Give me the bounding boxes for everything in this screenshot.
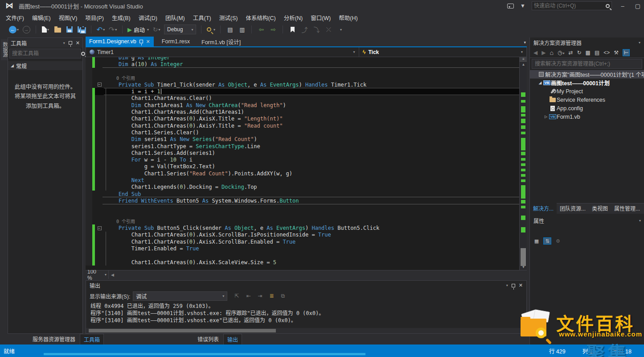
comment-button[interactable]: ▤ — [226, 25, 234, 34]
document-tab[interactable]: Form1.Designer.vb✕ — [86, 37, 154, 46]
toggle-bookmark-button[interactable] — [288, 25, 297, 34]
toolbox-search-input[interactable] — [12, 50, 81, 57]
next-bookmark-button[interactable]: ⤵ — [312, 25, 321, 34]
tab-overflow-caret-icon[interactable]: ▾ — [524, 40, 526, 45]
back-icon[interactable]: ◀ — [533, 50, 537, 56]
fold-collapse-icon[interactable]: − — [98, 226, 102, 230]
redo-button[interactable]: ↷▾ — [108, 25, 117, 34]
show-all-files-icon[interactable]: ▤ — [595, 50, 599, 56]
document-tab[interactable]: Form1.vb [设计] — [198, 37, 244, 46]
document-tab[interactable]: Form1.resx — [158, 37, 193, 46]
save-all-button[interactable] — [77, 25, 86, 34]
scroll-up-icon[interactable]: ▲ — [520, 62, 527, 66]
uncomment-button[interactable]: ▥ — [238, 25, 246, 34]
restart-button[interactable]: ↻▾ — [152, 25, 161, 34]
tree-item[interactable]: ▷VBForm1.vb — [530, 112, 644, 121]
menu-m[interactable]: 团队(M) — [161, 12, 189, 24]
menu-w[interactable]: 窗口(W) — [307, 12, 335, 24]
toolbox-search-box[interactable]: ▾ — [9, 49, 81, 58]
solution-explorer-search-input[interactable] — [535, 61, 639, 67]
previous-bookmark-button[interactable]: ⤴ — [300, 25, 309, 34]
quick-launch-input[interactable] — [534, 3, 606, 9]
forward-icon[interactable]: ▶ — [541, 50, 546, 56]
sync-with-active-document-icon[interactable]: ⇄ — [568, 50, 573, 56]
preview-selected-items-icon[interactable]: ⊢ — [623, 49, 630, 56]
menu-e[interactable]: 编辑(E) — [28, 12, 55, 24]
output-pin-icon[interactable] — [512, 284, 515, 287]
collapse-all-icon[interactable]: ▩ — [586, 50, 591, 56]
window-tab[interactable]: 工具箱 — [80, 334, 104, 345]
hscroll-left-icon[interactable]: ◀ — [109, 273, 116, 277]
tree-item[interactable]: App.config — [530, 104, 644, 112]
window-tab[interactable]: 错误列表 — [194, 334, 222, 345]
output-close-icon[interactable]: ✕ — [519, 282, 523, 288]
tree-item[interactable]: 解决方案"画图test——00001计划"(1 个项目) — [530, 70, 644, 79]
tree-expander-icon[interactable]: ▷ — [543, 115, 549, 119]
navigate-forward-button[interactable]: → — [22, 25, 31, 34]
previous-message-icon[interactable]: ⇤ — [246, 293, 250, 299]
right-panel-tab[interactable]: 属性管理... — [611, 203, 643, 214]
find-message-icon[interactable]: ⇱ — [234, 293, 239, 299]
properties-icon[interactable]: ⚒ — [614, 50, 619, 56]
pending-changes-filter-icon[interactable]: ◷▾ — [558, 50, 565, 56]
menu-t[interactable]: 工具(T) — [189, 12, 215, 24]
clear-bookmarks-button[interactable]: ⤫ — [324, 25, 333, 34]
find-in-files-button[interactable]: ▾ — [206, 25, 215, 34]
menu-h[interactable]: 帮助(H) — [335, 12, 361, 24]
feedback-icon[interactable] — [507, 4, 514, 8]
object-dropdown[interactable]: Timer1 ▾ — [86, 47, 359, 57]
tree-item[interactable]: Service References — [530, 95, 644, 104]
tree-expander-icon[interactable]: ◢ — [537, 81, 543, 85]
output-menu-caret-icon[interactable]: ▾ — [506, 283, 508, 287]
categorized-icon[interactable]: ▦ — [533, 237, 541, 245]
output-horizontal-scrollbar[interactable] — [86, 328, 526, 333]
editor-vertical-scrollbar[interactable]: ▲ ▼ — [519, 57, 527, 270]
right-panel-tab[interactable]: 团队资源... — [557, 203, 589, 214]
refresh-icon[interactable]: ↻ — [577, 50, 582, 56]
properties-menu-caret-icon[interactable]: ▾ — [639, 219, 641, 223]
menu-n[interactable]: 分析(N) — [280, 12, 307, 24]
editor-scroll-thumb[interactable] — [521, 248, 526, 266]
menu-f[interactable]: 文件(F) — [2, 12, 28, 24]
new-file-button[interactable]: ▾ — [41, 25, 50, 34]
right-panel-tab[interactable]: 解决方... — [530, 203, 557, 214]
output-scroll-thumb[interactable] — [89, 329, 276, 332]
solution-configuration-dropdown[interactable]: Debug▾ — [164, 25, 196, 34]
fold-collapse-icon[interactable]: − — [98, 83, 102, 87]
toolbox-section-general[interactable]: ◢ 常规 — [8, 61, 82, 70]
menu-d[interactable]: 调试(D) — [135, 12, 161, 24]
editor-horizontal-scrollbar[interactable] — [116, 270, 527, 279]
notifications-flag-icon[interactable]: ▼ — [520, 3, 525, 9]
right-panel-tab[interactable]: 类视图 — [589, 203, 611, 214]
output-log[interactable]: 线程 0x4994 已退出，返回值为 259 (0x103)。程序"[3140]… — [86, 302, 526, 328]
toolbox-close-icon[interactable]: ✕ — [76, 40, 80, 46]
open-file-button[interactable] — [53, 25, 62, 34]
window-tab[interactable]: 输出 — [223, 334, 242, 345]
clear-all-icon[interactable]: ≣ — [270, 293, 274, 299]
property-pages-icon[interactable]: ⚙ — [554, 237, 562, 245]
increase-indent-button[interactable]: ⇨ — [269, 25, 278, 34]
solution-explorer-menu-caret-icon[interactable]: ▾ — [639, 41, 640, 45]
toolbox-pin-icon[interactable] — [69, 41, 72, 45]
menu-s[interactable]: 测试(S) — [215, 12, 242, 24]
tab-close-icon[interactable]: ✕ — [146, 39, 150, 45]
event-dropdown[interactable]: ϟ Tick ▾ — [359, 47, 526, 57]
next-message-icon[interactable]: ⇥ — [258, 293, 262, 299]
code-editor[interactable]: Dim g As Integer Dim a(10) As Integer 0 … — [86, 57, 519, 270]
window-tab[interactable]: 服务器资源管理器 — [29, 334, 79, 345]
toolbar-overflow-button[interactable]: ▾ — [336, 25, 345, 34]
start-debugging-button[interactable]: ▶ 启动 ▾ — [127, 25, 149, 34]
alphabetical-sort-icon[interactable]: ⇅ — [543, 237, 551, 245]
menu-v[interactable]: 视图(V) — [55, 12, 82, 24]
menu-b[interactable]: 生成(B) — [108, 12, 135, 24]
decrease-indent-button[interactable]: ⇦ — [257, 25, 266, 34]
zoom-level-dropdown[interactable]: 100 % ▾ — [86, 270, 109, 279]
tab-pin-icon[interactable] — [139, 40, 143, 43]
menu-p[interactable]: 项目(P) — [81, 12, 108, 24]
maximize-button[interactable]: ▢ — [633, 3, 642, 9]
output-source-dropdown[interactable]: 调试 ▾ — [133, 291, 227, 301]
menu-c[interactable]: 体系结构(C) — [242, 12, 279, 24]
view-code-icon[interactable]: <> — [603, 50, 610, 56]
editor-split-handle[interactable] — [520, 57, 527, 62]
tree-item[interactable]: ◢VB画图test——00001计划 — [530, 79, 644, 87]
